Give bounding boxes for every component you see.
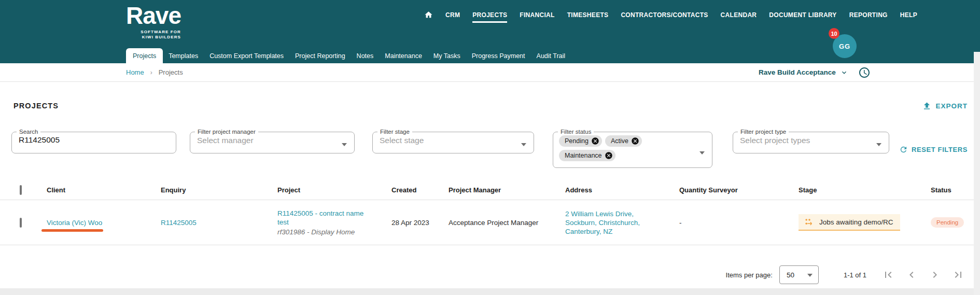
- breadcrumb-home-link[interactable]: Home: [126, 68, 144, 76]
- nav-item-projects[interactable]: PROJECTS: [472, 11, 507, 19]
- table-header-row: Client Enquiry Project Created Project M…: [0, 180, 980, 200]
- upload-icon: [922, 101, 932, 111]
- col-header-status: Status: [931, 186, 970, 194]
- caret-down-icon[interactable]: [876, 143, 881, 146]
- chip-remove-icon[interactable]: [631, 137, 639, 145]
- tab-templates[interactable]: Templates: [163, 48, 204, 63]
- chip-remove-icon[interactable]: [605, 151, 613, 160]
- search-input[interactable]: [12, 135, 157, 145]
- nav-item-timesheets[interactable]: TIMESHEETS: [567, 11, 609, 19]
- status-chip-active[interactable]: Active: [605, 135, 642, 147]
- caret-down-icon[interactable]: [521, 143, 526, 146]
- stage-select[interactable]: Select stage: [373, 135, 534, 145]
- project-manager-select[interactable]: Select manager: [190, 135, 354, 145]
- stage-chip[interactable]: Jobs awaiting demo/RC: [799, 214, 900, 231]
- col-header-project: Project: [277, 186, 391, 194]
- tab-projects[interactable]: Projects: [126, 48, 163, 63]
- status-chip-pending[interactable]: Pending: [559, 135, 602, 147]
- nav-item-contractors-contacts[interactable]: CONTRACTORS/CONTACTS: [621, 11, 708, 19]
- last-page-icon[interactable]: [952, 269, 964, 281]
- select-all-checkbox[interactable]: [20, 185, 22, 195]
- caret-down-icon[interactable]: [342, 143, 347, 146]
- workspace-name[interactable]: Rave Build Acceptance: [759, 68, 836, 76]
- clock-icon[interactable]: [858, 66, 871, 79]
- search-field: Search: [11, 129, 176, 153]
- row-checkbox[interactable]: [20, 218, 22, 228]
- nav-item-financial[interactable]: FINANCIAL: [520, 11, 554, 19]
- filter-status-field: Filter status Pending Active Maintenance: [553, 129, 712, 168]
- nav-item-crm[interactable]: CRM: [445, 11, 460, 19]
- breadcrumb-current: Projects: [159, 68, 183, 76]
- nav-item-document-library[interactable]: DOCUMENT LIBRARY: [769, 11, 836, 19]
- rave-logo[interactable]: Rave SOFTWARE FOR KIWI BUILDERS: [126, 2, 181, 40]
- created-date: 28 Apr 2023: [391, 219, 449, 227]
- items-per-page-select[interactable]: 50: [779, 265, 819, 284]
- status-chip-maintenance[interactable]: Maintenance: [559, 150, 615, 161]
- annotation-underline: [41, 229, 103, 232]
- tab-audit-trail[interactable]: Audit Trail: [531, 48, 571, 63]
- breadcrumb-bar: Home › Projects Rave Build Acceptance: [0, 63, 980, 82]
- top-nav: CRM PROJECTS FINANCIAL TIMESHEETS CONTRA…: [424, 10, 917, 19]
- caret-down-icon[interactable]: [699, 151, 705, 154]
- reset-filters-button[interactable]: RESET FILTERS: [899, 145, 968, 154]
- chevron-down-icon[interactable]: [840, 68, 848, 77]
- first-page-icon[interactable]: [882, 269, 894, 281]
- home-icon[interactable]: [424, 10, 433, 19]
- previous-page-icon[interactable]: [905, 269, 918, 281]
- project-manager-name: Acceptance Project Manager: [449, 219, 565, 227]
- logo-tagline: SOFTWARE FOR KIWI BUILDERS: [126, 30, 181, 40]
- col-header-enquiry: Enquiry: [161, 186, 277, 194]
- project-link[interactable]: R11425005 - contract name test: [277, 209, 369, 227]
- tab-custom-export-templates[interactable]: Custom Export Templates: [204, 48, 289, 63]
- workflow-icon: [805, 218, 814, 226]
- chip-remove-icon[interactable]: [591, 137, 599, 145]
- col-header-quantity-surveyor: Quantity Surveyor: [679, 186, 799, 194]
- scrollbar-track[interactable]: [974, 52, 980, 295]
- notification-badge[interactable]: 10: [829, 28, 839, 39]
- logo-wordmark: Rave: [126, 2, 181, 29]
- project-subtitle: rf301986 - Display Home: [277, 228, 391, 236]
- address-link[interactable]: 2 William Lewis Drive, Sockburn, Christc…: [565, 209, 679, 236]
- status-chip-list: Pending Active Maintenance: [553, 135, 696, 164]
- filter-stage-field: Filter stage Select stage: [372, 129, 534, 153]
- col-header-stage: Stage: [799, 186, 931, 194]
- table-row: Victoria (Vic) Woo R11425005 R11425005 -…: [0, 200, 980, 245]
- pagination-bar: Items per page: 50 1-1 of 1: [726, 265, 964, 284]
- filter-project-type-field: Filter project type Select project types: [733, 129, 889, 153]
- rave-app-screen: Rave SOFTWARE FOR KIWI BUILDERS CRM PROJ…: [0, 0, 980, 295]
- tab-project-reporting[interactable]: Project Reporting: [289, 48, 351, 63]
- col-header-address: Address: [565, 186, 679, 194]
- items-per-page-label: Items per page:: [726, 271, 773, 279]
- breadcrumb: Home › Projects: [126, 63, 183, 81]
- client-link[interactable]: Victoria (Vic) Woo: [47, 219, 102, 227]
- page-title: PROJECTS: [13, 102, 59, 110]
- nav-item-help[interactable]: HELP: [900, 11, 917, 19]
- sub-nav-tabs: Projects Templates Custom Export Templat…: [126, 48, 571, 63]
- tab-progress-payment[interactable]: Progress Payment: [466, 48, 531, 63]
- app-header: Rave SOFTWARE FOR KIWI BUILDERS CRM PROJ…: [0, 0, 980, 63]
- next-page-icon[interactable]: [929, 269, 941, 281]
- search-label: Search: [17, 129, 40, 135]
- caret-down-icon: [807, 274, 813, 277]
- pagination-range: 1-1 of 1: [844, 271, 866, 279]
- project-type-select[interactable]: Select project types: [733, 135, 889, 145]
- workspace-selector[interactable]: Rave Build Acceptance: [759, 63, 871, 81]
- col-header-project-manager: Project Manager: [449, 186, 565, 194]
- tab-maintenance[interactable]: Maintenance: [379, 48, 428, 63]
- export-button[interactable]: EXPORT: [922, 101, 968, 111]
- col-header-client: Client: [47, 186, 161, 194]
- page-bottom-strip: [0, 288, 980, 295]
- refresh-icon: [899, 145, 908, 154]
- user-menu[interactable]: 10 GG: [829, 28, 859, 59]
- tab-notes[interactable]: Notes: [351, 48, 380, 63]
- chevron-right-icon: ›: [150, 69, 152, 76]
- quantity-surveyor-value: -: [679, 219, 799, 227]
- nav-item-reporting[interactable]: REPORTING: [849, 11, 888, 19]
- col-header-created: Created: [391, 186, 449, 194]
- status-badge: Pending: [931, 217, 964, 228]
- nav-item-calendar[interactable]: CALENDAR: [721, 11, 757, 19]
- tab-my-tasks[interactable]: My Tasks: [428, 48, 466, 63]
- enquiry-link[interactable]: R11425005: [161, 219, 197, 227]
- filter-project-manager-field: Filter project manager Select manager: [190, 129, 355, 153]
